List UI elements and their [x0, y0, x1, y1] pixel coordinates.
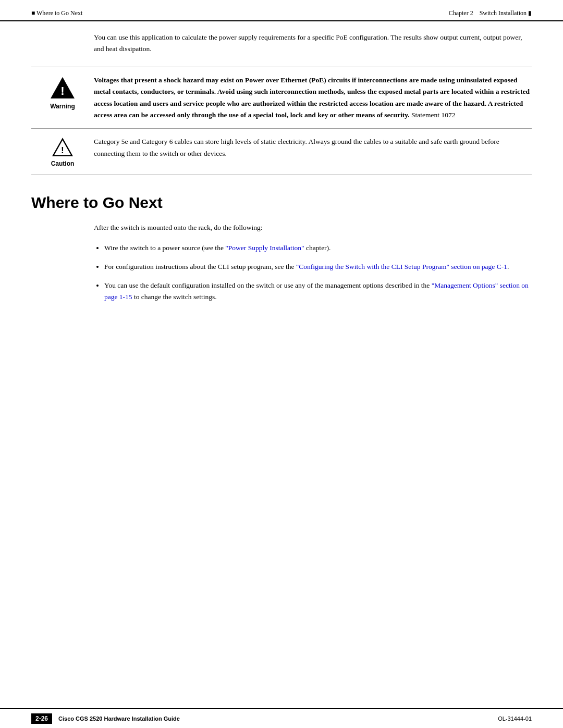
link-power-supply[interactable]: "Power Supply Installation": [225, 244, 304, 252]
warning-label: Warning: [50, 103, 75, 110]
footer-doc-number: OL-31444-01: [498, 715, 532, 722]
header-section-text: Where to Go Next: [36, 9, 82, 17]
svg-text:!: !: [60, 84, 64, 97]
caution-block: ! Caution Category 5e and Category 6 cab…: [31, 129, 532, 175]
bullet-2-after: .: [507, 263, 509, 270]
warning-icon: !: [50, 76, 75, 101]
header-chapter-title: Switch Installation: [480, 9, 527, 17]
bullet-1-after: chapter).: [304, 244, 331, 252]
body-paragraph: After the switch is mounted onto the rac…: [94, 222, 532, 233]
bullet-list: Wire the switch to a power source (see t…: [104, 242, 532, 303]
intro-paragraph: You can use this application to calculat…: [94, 32, 532, 54]
bullet-3-before: You can use the default configuration in…: [104, 281, 432, 289]
content-area: You can use this application to calculat…: [0, 21, 563, 352]
footer-title: Cisco CGS 2520 Hardware Installation Gui…: [58, 715, 180, 722]
bullet-3-after: to change the switch settings.: [132, 293, 217, 301]
list-item: You can use the default configuration in…: [104, 280, 532, 303]
header-chapter: Chapter 2: [449, 9, 473, 17]
link-cli-setup[interactable]: "Configuring the Switch with the CLI Set…: [296, 263, 507, 270]
footer-left: 2-26 Cisco CGS 2520 Hardware Installatio…: [31, 713, 180, 724]
page-number: 2-26: [31, 713, 52, 724]
list-item: Wire the switch to a power source (see t…: [104, 242, 532, 254]
svg-text:!: !: [61, 145, 64, 155]
bullet-1-before: Wire the switch to a power source (see t…: [104, 244, 225, 252]
page-header: ■ Where to Go Next Chapter 2 Switch Inst…: [0, 0, 563, 21]
header-section-label: ■ Where to Go Next: [31, 9, 82, 17]
warning-text-normal: Statement 1072: [410, 111, 456, 119]
caution-text: Category 5e and Category 6 cables can st…: [94, 136, 532, 159]
warning-text-bold: Voltages that present a shock hazard may…: [94, 76, 530, 119]
caution-label: Caution: [51, 160, 75, 167]
page-footer: 2-26 Cisco CGS 2520 Hardware Installatio…: [0, 708, 563, 728]
warning-icon-column: ! Warning: [31, 75, 94, 110]
caution-icon-column: ! Caution: [31, 136, 94, 167]
caution-icon: !: [52, 137, 73, 158]
bullet-2-before: For configuration instructions about the…: [104, 263, 296, 270]
header-chapter-info: Chapter 2 Switch Installation ▮: [449, 9, 532, 17]
section-heading: Where to Go Next: [31, 194, 532, 212]
list-item: For configuration instructions about the…: [104, 261, 532, 273]
warning-text: Voltages that present a shock hazard may…: [94, 75, 532, 121]
warning-block: ! Warning Voltages that present a shock …: [31, 67, 532, 129]
